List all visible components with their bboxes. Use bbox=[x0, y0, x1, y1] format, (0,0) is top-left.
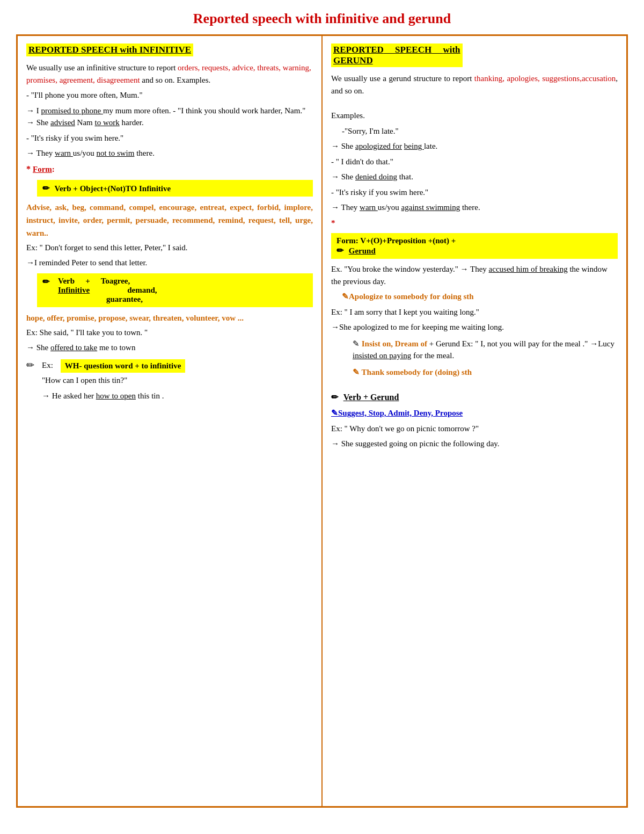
arrow1: → I bbox=[26, 106, 41, 115]
right-ex-label: Examples. bbox=[331, 110, 618, 122]
right-ex2: - " I didn't do that." bbox=[331, 156, 618, 168]
ex4b: me to town bbox=[97, 343, 135, 352]
left-ex4-arrow: → She offered to take me to town bbox=[26, 342, 313, 354]
form-box-1: ✏ Verb + Object+(Not)TO Infinitive bbox=[37, 180, 313, 197]
to-phone: to phone bbox=[71, 106, 103, 115]
r-warn: warn bbox=[360, 203, 378, 212]
left-column: REPORTED SPEECH with INFINITIVE We usual… bbox=[18, 36, 323, 806]
right-column: REPORTED SPEECH withGERUND We usually us… bbox=[323, 36, 626, 806]
wh-row: Ex: WH- question word + to infinitive bbox=[42, 359, 185, 375]
insist-section: ✎ Insist on, Dream of + Gerund Ex: " I, … bbox=[353, 338, 618, 362]
left-ex3-arrow: →I reminded Peter to send that letter. bbox=[26, 257, 313, 269]
offered-to-take: offered to take bbox=[50, 343, 97, 352]
wh-ex-label: Ex: bbox=[42, 359, 53, 372]
wh-ex5-arrow: → He asked her how to open this tin . bbox=[42, 390, 185, 402]
right-star: * bbox=[331, 217, 618, 229]
form2-line1: Verb + Toagree, bbox=[58, 277, 157, 286]
form2-verb: Verb bbox=[58, 277, 75, 286]
accused-him: accused him of breaking bbox=[489, 265, 568, 273]
form2-line2: Infinitive demand, bbox=[58, 286, 157, 295]
right-form-content: V+(O)+Preposition +(not) + bbox=[360, 236, 456, 245]
right-arrow3: → They bbox=[331, 203, 360, 212]
to-work: to work bbox=[95, 118, 120, 127]
left-ex4: Ex: She said, " I'll take you to town. " bbox=[26, 327, 313, 339]
left-section-header: REPORTED SPEECH with INFINITIVE bbox=[26, 43, 193, 56]
right-intro-red: thanking, apologies, suggestions,accusat… bbox=[474, 74, 616, 83]
wh-content: Ex: WH- question word + to infinitive "H… bbox=[42, 359, 185, 405]
right-form-pencil: ✏ bbox=[336, 246, 343, 255]
how-to-open: how to open bbox=[96, 391, 136, 400]
ex5b: this tin . bbox=[136, 391, 164, 400]
thank-section: ✎ Thank somebody for (doing) sth bbox=[353, 366, 618, 379]
apologize-label: ✎Apologize to somebody for doing sth bbox=[342, 291, 618, 303]
form-box-2: ✏ Verb + Toagree, Infinitive demand, gua… bbox=[37, 273, 313, 307]
pencil-1: ✏ bbox=[42, 184, 49, 193]
form-label: * Form: bbox=[26, 163, 313, 176]
pencil-2: ✏ bbox=[42, 277, 49, 287]
right-intro: We usually use a gerund structure to rep… bbox=[331, 72, 618, 97]
left-intro: We usually use an infinitive structure t… bbox=[26, 62, 313, 86]
verb-gerund-header: ✏ Verb + Gerund bbox=[331, 391, 618, 404]
verb-gerund-label: Verb + Gerund bbox=[343, 393, 399, 402]
page-title: Reported speech with infinitive and geru… bbox=[16, 11, 628, 27]
form2-infinitive: Infinitive bbox=[58, 286, 90, 295]
wh-section: ✏ Ex: WH- question word + to infinitive … bbox=[26, 359, 313, 405]
verb-list-1: Advise, ask, beg, command, compel, encou… bbox=[26, 201, 313, 240]
right-arrow2: → She bbox=[331, 172, 355, 181]
being: being bbox=[404, 142, 424, 150]
denied-doing: denied doing bbox=[355, 172, 397, 181]
left-ex2-arrow: → They warn us/you not to swim there. bbox=[26, 147, 313, 159]
ex1e: Nam bbox=[75, 118, 95, 127]
left-intro-text: We usually use an infinitive structure t… bbox=[26, 63, 178, 72]
left-ex1: - "I'll phone you more often, Mum." bbox=[26, 89, 313, 101]
against-swimming: against swimming bbox=[401, 203, 460, 212]
star-symbol: * bbox=[26, 164, 33, 173]
right-ex1: -"Sorry, I'm late." bbox=[342, 125, 618, 137]
r-ex2b: that. bbox=[397, 172, 413, 181]
right-ex2-arrow: → She denied doing that. bbox=[331, 171, 618, 183]
form-word: Form bbox=[33, 165, 52, 173]
r-ex1c: late. bbox=[424, 142, 437, 150]
right-form-box: Form: V+(O)+Preposition +(not) + ✏ Gerun… bbox=[331, 233, 618, 259]
not-to-swim: not to swim bbox=[97, 149, 135, 157]
thank-text: Thank somebody for (doing) sth bbox=[361, 368, 472, 376]
right-ex5: Ex: " I am sorry that I kept you waiting… bbox=[331, 306, 618, 318]
form-box-text: Verb + Object+(Not)TO Infinitive bbox=[54, 184, 171, 193]
arrow2: → They bbox=[26, 149, 55, 157]
form2-toagree: Toagree, bbox=[101, 277, 130, 286]
right-intro-text: We usually use a gerund structure to rep… bbox=[331, 74, 474, 83]
ex2b: us/you bbox=[73, 149, 97, 157]
left-ex2: - "It's risky if you swim here." bbox=[26, 132, 313, 144]
form2-line3: guarantee, bbox=[106, 295, 157, 304]
left-ex3: Ex: " Don't forget to send this letter, … bbox=[26, 242, 313, 254]
insist-pencil: ✎ bbox=[353, 339, 360, 348]
r-ex4-text: Ex. "You broke the window yesterday." → … bbox=[331, 265, 489, 273]
right-ex3-arrow: → They warn us/you against swimming ther… bbox=[331, 201, 618, 214]
right-ex6: Ex: " Why don't we go on picnic tomorrow… bbox=[331, 423, 618, 435]
thank-pencil: ✎ bbox=[353, 368, 360, 376]
arrow4: → She bbox=[26, 343, 50, 352]
right-arrow1: → She bbox=[331, 142, 355, 150]
form2-demand: demand, bbox=[127, 286, 157, 295]
arrow5: → He asked her bbox=[42, 391, 96, 400]
right-form-gerund: Gerund bbox=[349, 246, 376, 255]
right-ex5-arrow: →She apologized to me for keeping me wai… bbox=[331, 321, 618, 333]
right-ex6-arrow: → She suggested going on picnic the foll… bbox=[331, 438, 618, 450]
right-ex4: Ex. "You broke the window yesterday." → … bbox=[331, 263, 618, 287]
r-ex3d: there. bbox=[460, 203, 480, 212]
insist-b: for the meal. bbox=[411, 351, 454, 360]
outer-border: REPORTED SPEECH with INFINITIVE We usual… bbox=[16, 34, 628, 808]
right-ex1-arrow: → She apologized for being late. bbox=[331, 140, 618, 153]
apologized-for: apologized for bbox=[355, 142, 402, 150]
right-ex3: - "It's risky if you swim here." bbox=[331, 186, 618, 199]
insisted-on: insisted on paying bbox=[353, 351, 411, 360]
form-colon: : bbox=[52, 165, 55, 173]
wh-ex5-text: "How can I open this tin?" bbox=[42, 374, 185, 387]
left-ex1-arrow: → I promised to phone my mum more often.… bbox=[26, 105, 313, 129]
right-section-header: REPORTED SPEECH withGERUND bbox=[331, 43, 463, 67]
left-intro-end: and so on. Examples. bbox=[140, 76, 211, 84]
advised: advised bbox=[50, 118, 75, 127]
insist-text: Insist on, Dream of bbox=[362, 339, 427, 348]
r-ex3b: us/you bbox=[378, 203, 401, 212]
pencil-wh: ✏ bbox=[26, 359, 34, 371]
